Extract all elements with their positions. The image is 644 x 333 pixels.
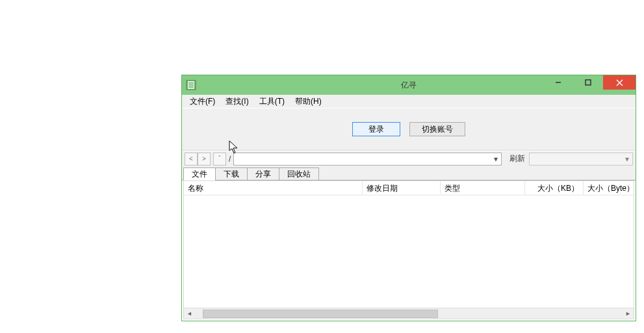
navbar: < > ˆ / ▾ 刷新 ▾ <box>182 151 636 166</box>
nav-back-button[interactable]: < <box>185 153 198 166</box>
horizontal-scrollbar[interactable]: ◄ ► <box>184 308 634 319</box>
app-window: 亿寻 文件(F) 查找(I) 工具(T) 帮助(H) 登录 切换账号 < > ˆ… <box>181 75 636 321</box>
list-view: 名称 修改日期 类型 大小（KB） 大小（Byte） ◄ ► <box>183 180 634 319</box>
chevron-left-icon: < <box>189 155 193 162</box>
maximize-button[interactable] <box>573 75 603 90</box>
menu-file[interactable]: 文件(F) <box>186 95 219 108</box>
tab-recycle[interactable]: 回收站 <box>279 167 319 180</box>
close-icon <box>616 79 623 86</box>
scroll-track[interactable] <box>195 308 623 319</box>
scroll-left-icon[interactable]: ◄ <box>184 308 195 319</box>
tab-downloads[interactable]: 下载 <box>215 167 248 180</box>
chevron-down-icon: ▾ <box>621 153 632 165</box>
chevron-down-icon: ▾ <box>490 153 501 165</box>
menu-help[interactable]: 帮助(H) <box>291 95 326 108</box>
scroll-thumb[interactable] <box>203 310 438 318</box>
column-headers: 名称 修改日期 类型 大小（KB） 大小（Byte） <box>184 181 634 195</box>
minimize-icon <box>555 79 561 86</box>
column-size-byte[interactable]: 大小（Byte） <box>584 181 634 195</box>
maximize-icon <box>585 79 591 86</box>
minimize-button[interactable] <box>543 75 573 90</box>
tabstrip: 文件 下载 分享 回收站 <box>182 166 636 180</box>
path-root-label: / <box>226 154 233 164</box>
column-size-kb[interactable]: 大小（KB） <box>525 181 584 195</box>
column-name[interactable]: 名称 <box>184 181 363 195</box>
tab-files[interactable]: 文件 <box>183 167 216 180</box>
chevron-up-icon: ˆ <box>218 155 220 162</box>
refresh-button[interactable]: 刷新 <box>506 153 529 164</box>
close-button[interactable] <box>603 75 636 90</box>
toolbar: 登录 切换账号 <box>182 108 636 151</box>
scroll-right-icon[interactable]: ► <box>623 308 634 319</box>
menubar: 文件(F) 查找(I) 工具(T) 帮助(H) <box>182 95 636 108</box>
svg-rect-1 <box>586 80 591 85</box>
switch-account-button[interactable]: 切换账号 <box>409 122 465 136</box>
list-area: 名称 修改日期 类型 大小（KB） 大小（Byte） ◄ ► <box>182 180 636 321</box>
login-button[interactable]: 登录 <box>352 122 400 136</box>
menu-tools[interactable]: 工具(T) <box>255 95 289 108</box>
column-type[interactable]: 类型 <box>441 181 525 195</box>
path-combobox[interactable]: ▾ <box>233 153 502 166</box>
app-icon <box>186 80 196 90</box>
aux-combobox[interactable]: ▾ <box>529 153 633 166</box>
column-modified[interactable]: 修改日期 <box>363 181 441 195</box>
menu-find[interactable]: 查找(I) <box>222 95 252 108</box>
window-controls <box>543 75 636 90</box>
list-body[interactable] <box>184 195 634 308</box>
nav-forward-button[interactable]: > <box>198 153 211 166</box>
nav-up-button[interactable]: ˆ <box>213 153 226 166</box>
tab-share[interactable]: 分享 <box>247 167 279 180</box>
titlebar[interactable]: 亿寻 <box>182 75 636 95</box>
chevron-right-icon: > <box>202 155 206 162</box>
